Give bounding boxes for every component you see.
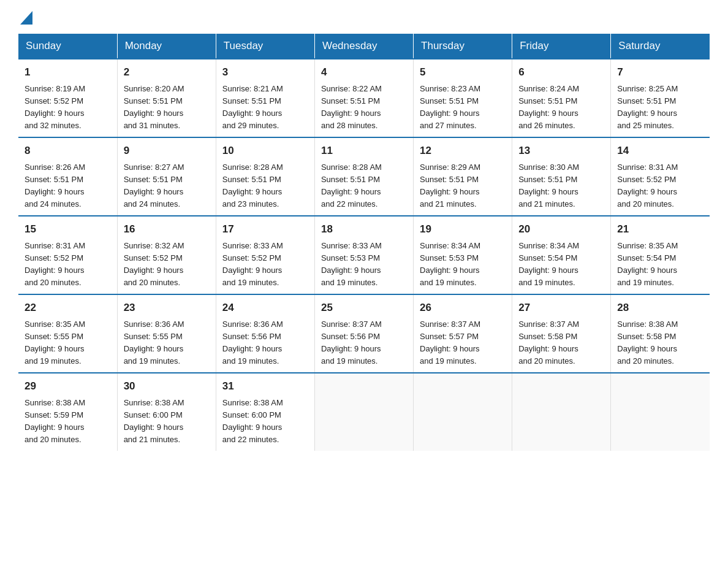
calendar-day-cell: 29Sunrise: 8:38 AMSunset: 5:59 PMDayligh… — [18, 373, 117, 451]
day-info: Sunrise: 8:19 AMSunset: 5:52 PMDaylight:… — [25, 83, 111, 132]
calendar-day-cell: 14Sunrise: 8:31 AMSunset: 5:52 PMDayligh… — [611, 137, 710, 216]
calendar-day-cell: 1Sunrise: 8:19 AMSunset: 5:52 PMDaylight… — [18, 59, 117, 137]
day-number: 11 — [321, 143, 407, 159]
day-info: Sunrise: 8:37 AMSunset: 5:57 PMDaylight:… — [420, 318, 506, 368]
day-info: Sunrise: 8:35 AMSunset: 5:54 PMDaylight:… — [617, 240, 703, 289]
weekday-header-saturday: Saturday — [611, 34, 710, 59]
day-number: 15 — [25, 221, 111, 237]
calendar-day-cell: 5Sunrise: 8:23 AMSunset: 5:51 PMDaylight… — [414, 59, 512, 137]
day-info: Sunrise: 8:20 AMSunset: 5:51 PMDaylight:… — [124, 83, 210, 132]
calendar-day-cell — [314, 373, 413, 451]
calendar-week-row: 22Sunrise: 8:35 AMSunset: 5:55 PMDayligh… — [18, 294, 710, 373]
day-number: 4 — [321, 64, 407, 80]
day-number: 21 — [617, 221, 703, 237]
calendar-day-cell: 3Sunrise: 8:21 AMSunset: 5:51 PMDaylight… — [216, 59, 314, 137]
day-info: Sunrise: 8:24 AMSunset: 5:51 PMDaylight:… — [518, 83, 604, 132]
day-number: 30 — [124, 378, 210, 394]
day-info: Sunrise: 8:33 AMSunset: 5:52 PMDaylight:… — [222, 240, 308, 289]
calendar-table: SundayMondayTuesdayWednesdayThursdayFrid… — [18, 34, 710, 451]
day-number: 6 — [518, 64, 604, 80]
calendar-day-cell — [414, 373, 512, 451]
calendar-day-cell: 6Sunrise: 8:24 AMSunset: 5:51 PMDaylight… — [512, 59, 611, 137]
day-number: 7 — [617, 64, 703, 80]
page-header — [18, 12, 710, 28]
day-info: Sunrise: 8:34 AMSunset: 5:54 PMDaylight:… — [518, 240, 604, 289]
day-info: Sunrise: 8:35 AMSunset: 5:55 PMDaylight:… — [25, 318, 111, 368]
day-info: Sunrise: 8:23 AMSunset: 5:51 PMDaylight:… — [420, 83, 506, 132]
day-number: 19 — [420, 221, 506, 237]
calendar-day-cell: 10Sunrise: 8:28 AMSunset: 5:51 PMDayligh… — [216, 137, 314, 216]
calendar-day-cell: 18Sunrise: 8:33 AMSunset: 5:53 PMDayligh… — [314, 216, 413, 294]
day-info: Sunrise: 8:38 AMSunset: 5:59 PMDaylight:… — [25, 397, 111, 446]
logo-triangle-icon — [20, 11, 32, 26]
day-number: 3 — [222, 64, 308, 80]
calendar-week-row: 1Sunrise: 8:19 AMSunset: 5:52 PMDaylight… — [18, 59, 710, 137]
calendar-day-cell: 21Sunrise: 8:35 AMSunset: 5:54 PMDayligh… — [611, 216, 710, 294]
calendar-day-cell: 7Sunrise: 8:25 AMSunset: 5:51 PMDaylight… — [611, 59, 710, 137]
day-info: Sunrise: 8:25 AMSunset: 5:51 PMDaylight:… — [617, 83, 703, 132]
calendar-day-cell: 30Sunrise: 8:38 AMSunset: 6:00 PMDayligh… — [117, 373, 216, 451]
day-number: 1 — [25, 64, 111, 80]
day-info: Sunrise: 8:21 AMSunset: 5:51 PMDaylight:… — [222, 83, 308, 132]
calendar-week-row: 29Sunrise: 8:38 AMSunset: 5:59 PMDayligh… — [18, 373, 710, 451]
weekday-header-thursday: Thursday — [414, 34, 512, 59]
day-info: Sunrise: 8:28 AMSunset: 5:51 PMDaylight:… — [222, 161, 308, 211]
day-number: 9 — [124, 143, 210, 159]
calendar-day-cell: 17Sunrise: 8:33 AMSunset: 5:52 PMDayligh… — [216, 216, 314, 294]
calendar-day-cell: 4Sunrise: 8:22 AMSunset: 5:51 PMDaylight… — [314, 59, 413, 137]
day-info: Sunrise: 8:38 AMSunset: 5:58 PMDaylight:… — [617, 318, 703, 368]
day-info: Sunrise: 8:31 AMSunset: 5:52 PMDaylight:… — [25, 240, 111, 289]
day-info: Sunrise: 8:28 AMSunset: 5:51 PMDaylight:… — [321, 161, 407, 211]
calendar-week-row: 8Sunrise: 8:26 AMSunset: 5:51 PMDaylight… — [18, 137, 710, 216]
calendar-day-cell: 25Sunrise: 8:37 AMSunset: 5:56 PMDayligh… — [314, 294, 413, 373]
day-number: 24 — [222, 300, 308, 316]
calendar-day-cell: 8Sunrise: 8:26 AMSunset: 5:51 PMDaylight… — [18, 137, 117, 216]
day-info: Sunrise: 8:37 AMSunset: 5:56 PMDaylight:… — [321, 318, 407, 368]
calendar-day-cell: 20Sunrise: 8:34 AMSunset: 5:54 PMDayligh… — [512, 216, 611, 294]
calendar-day-cell: 11Sunrise: 8:28 AMSunset: 5:51 PMDayligh… — [314, 137, 413, 216]
weekday-header-row: SundayMondayTuesdayWednesdayThursdayFrid… — [18, 34, 710, 59]
calendar-day-cell: 28Sunrise: 8:38 AMSunset: 5:58 PMDayligh… — [611, 294, 710, 373]
day-info: Sunrise: 8:22 AMSunset: 5:51 PMDaylight:… — [321, 83, 407, 132]
calendar-day-cell: 9Sunrise: 8:27 AMSunset: 5:51 PMDaylight… — [117, 137, 216, 216]
calendar-day-cell: 15Sunrise: 8:31 AMSunset: 5:52 PMDayligh… — [18, 216, 117, 294]
calendar-day-cell: 13Sunrise: 8:30 AMSunset: 5:51 PMDayligh… — [512, 137, 611, 216]
day-number: 18 — [321, 221, 407, 237]
weekday-header-friday: Friday — [512, 34, 611, 59]
day-info: Sunrise: 8:29 AMSunset: 5:51 PMDaylight:… — [420, 161, 506, 211]
day-number: 29 — [25, 378, 111, 394]
weekday-header-tuesday: Tuesday — [216, 34, 314, 59]
day-info: Sunrise: 8:31 AMSunset: 5:52 PMDaylight:… — [617, 161, 703, 211]
day-info: Sunrise: 8:37 AMSunset: 5:58 PMDaylight:… — [518, 318, 604, 368]
day-number: 25 — [321, 300, 407, 316]
day-number: 17 — [222, 221, 308, 237]
day-number: 14 — [617, 143, 703, 159]
calendar-day-cell: 22Sunrise: 8:35 AMSunset: 5:55 PMDayligh… — [18, 294, 117, 373]
day-info: Sunrise: 8:32 AMSunset: 5:52 PMDaylight:… — [124, 240, 210, 289]
calendar-week-row: 15Sunrise: 8:31 AMSunset: 5:52 PMDayligh… — [18, 216, 710, 294]
day-number: 8 — [25, 143, 111, 159]
day-number: 23 — [124, 300, 210, 316]
calendar-day-cell: 19Sunrise: 8:34 AMSunset: 5:53 PMDayligh… — [414, 216, 512, 294]
calendar-day-cell: 26Sunrise: 8:37 AMSunset: 5:57 PMDayligh… — [414, 294, 512, 373]
day-number: 10 — [222, 143, 308, 159]
day-number: 20 — [518, 221, 604, 237]
day-info: Sunrise: 8:36 AMSunset: 5:56 PMDaylight:… — [222, 318, 308, 368]
calendar-day-cell: 12Sunrise: 8:29 AMSunset: 5:51 PMDayligh… — [414, 137, 512, 216]
calendar-day-cell: 16Sunrise: 8:32 AMSunset: 5:52 PMDayligh… — [117, 216, 216, 294]
logo — [18, 12, 32, 28]
weekday-header-sunday: Sunday — [18, 34, 117, 59]
day-number: 16 — [124, 221, 210, 237]
calendar-day-cell: 27Sunrise: 8:37 AMSunset: 5:58 PMDayligh… — [512, 294, 611, 373]
day-number: 26 — [420, 300, 506, 316]
day-number: 27 — [518, 300, 604, 316]
calendar-day-cell: 23Sunrise: 8:36 AMSunset: 5:55 PMDayligh… — [117, 294, 216, 373]
calendar-day-cell: 2Sunrise: 8:20 AMSunset: 5:51 PMDaylight… — [117, 59, 216, 137]
day-number: 13 — [518, 143, 604, 159]
day-info: Sunrise: 8:26 AMSunset: 5:51 PMDaylight:… — [25, 161, 111, 211]
day-info: Sunrise: 8:36 AMSunset: 5:55 PMDaylight:… — [124, 318, 210, 368]
day-info: Sunrise: 8:38 AMSunset: 6:00 PMDaylight:… — [124, 397, 210, 446]
weekday-header-wednesday: Wednesday — [314, 34, 413, 59]
weekday-header-monday: Monday — [117, 34, 216, 59]
day-info: Sunrise: 8:33 AMSunset: 5:53 PMDaylight:… — [321, 240, 407, 289]
